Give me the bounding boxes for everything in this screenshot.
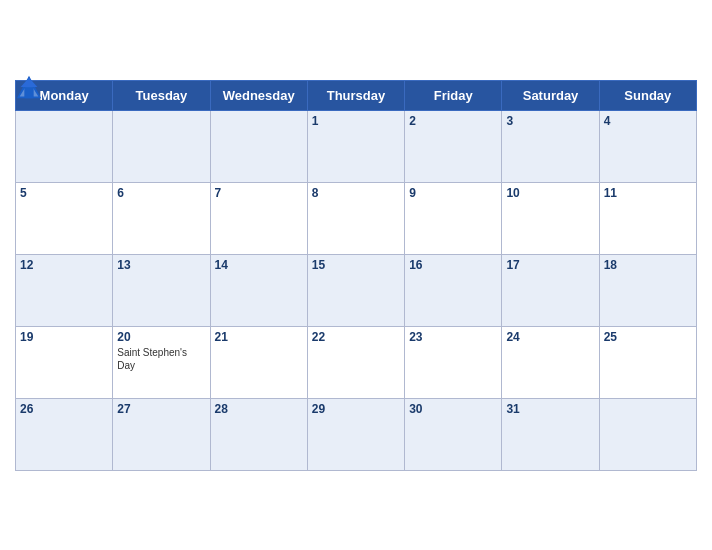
calendar-cell: 16 [405,255,502,327]
day-number: 1 [312,114,400,128]
calendar-cell: 21 [210,327,307,399]
calendar-cell: 9 [405,183,502,255]
day-event: Saint Stephen's Day [117,346,205,372]
calendar-cell: 29 [307,399,404,471]
weekday-header-tuesday: Tuesday [113,81,210,111]
calendar-cell: 18 [599,255,696,327]
day-number: 31 [506,402,594,416]
svg-rect-2 [24,87,33,98]
calendar-cell [16,111,113,183]
day-number: 12 [20,258,108,272]
day-number: 20 [117,330,205,344]
weekday-header-row: MondayTuesdayWednesdayThursdayFridaySatu… [16,81,697,111]
calendar-cell: 25 [599,327,696,399]
calendar-cell: 3 [502,111,599,183]
day-number: 22 [312,330,400,344]
calendar-cell: 26 [16,399,113,471]
calendar-body: 1234567891011121314151617181920Saint Ste… [16,111,697,471]
calendar-cell: 30 [405,399,502,471]
calendar-cell: 15 [307,255,404,327]
day-number: 21 [215,330,303,344]
calendar-cell: 22 [307,327,404,399]
weekday-header-saturday: Saturday [502,81,599,111]
calendar-cell: 19 [16,327,113,399]
day-number: 9 [409,186,497,200]
day-number: 26 [20,402,108,416]
day-number: 5 [20,186,108,200]
day-number: 8 [312,186,400,200]
day-number: 10 [506,186,594,200]
calendar-week-row: 567891011 [16,183,697,255]
calendar-table: MondayTuesdayWednesdayThursdayFridaySatu… [15,80,697,471]
day-number: 28 [215,402,303,416]
calendar-cell: 13 [113,255,210,327]
calendar-cell: 8 [307,183,404,255]
calendar-cell: 23 [405,327,502,399]
weekday-header-thursday: Thursday [307,81,404,111]
calendar-cell: 17 [502,255,599,327]
brand-icon [15,74,43,102]
brand-logo-area [15,74,46,102]
day-number: 4 [604,114,692,128]
weekday-header-sunday: Sunday [599,81,696,111]
calendar-cell: 2 [405,111,502,183]
calendar-cell: 5 [16,183,113,255]
day-number: 6 [117,186,205,200]
day-number: 29 [312,402,400,416]
calendar-cell [113,111,210,183]
weekday-header-wednesday: Wednesday [210,81,307,111]
calendar-cell: 1 [307,111,404,183]
day-number: 7 [215,186,303,200]
calendar-cell [599,399,696,471]
day-number: 27 [117,402,205,416]
calendar-week-row: 1234 [16,111,697,183]
day-number: 13 [117,258,205,272]
svg-marker-3 [21,78,38,87]
calendar-cell: 24 [502,327,599,399]
weekday-header-friday: Friday [405,81,502,111]
calendar-cell: 7 [210,183,307,255]
day-number: 15 [312,258,400,272]
day-number: 3 [506,114,594,128]
calendar-cell: 10 [502,183,599,255]
calendar-cell: 28 [210,399,307,471]
calendar-week-row: 1920Saint Stephen's Day2122232425 [16,327,697,399]
calendar-week-row: 12131415161718 [16,255,697,327]
day-number: 23 [409,330,497,344]
day-number: 30 [409,402,497,416]
day-number: 16 [409,258,497,272]
calendar-cell: 31 [502,399,599,471]
calendar-week-row: 262728293031 [16,399,697,471]
day-number: 19 [20,330,108,344]
calendar-cell: 14 [210,255,307,327]
day-number: 18 [604,258,692,272]
calendar-cell: 27 [113,399,210,471]
day-number: 25 [604,330,692,344]
calendar-cell: 20Saint Stephen's Day [113,327,210,399]
calendar-cell [210,111,307,183]
day-number: 2 [409,114,497,128]
calendar-cell: 12 [16,255,113,327]
day-number: 24 [506,330,594,344]
day-number: 14 [215,258,303,272]
calendar-thead: MondayTuesdayWednesdayThursdayFridaySatu… [16,81,697,111]
calendar-cell: 4 [599,111,696,183]
calendar-cell: 6 [113,183,210,255]
day-number: 17 [506,258,594,272]
calendar-cell: 11 [599,183,696,255]
day-number: 11 [604,186,692,200]
calendar-container: MondayTuesdayWednesdayThursdayFridaySatu… [0,64,712,486]
